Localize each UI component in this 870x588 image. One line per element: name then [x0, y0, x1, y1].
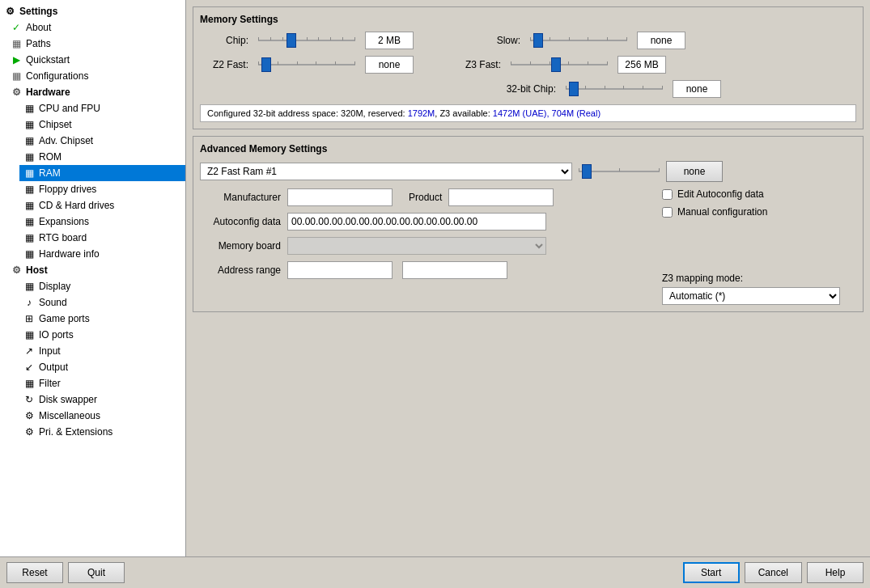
adv-chipset-label: Adv. Chipset [39, 135, 93, 146]
sidebar-item-adv-chipset[interactable]: ▦ Adv. Chipset [19, 133, 185, 149]
quit-button[interactable]: Quit [68, 562, 125, 583]
paths-label: Paths [26, 38, 51, 49]
z2fast-value: none [365, 56, 414, 74]
hw-info-icon: ▦ [23, 247, 36, 260]
pri-ext-icon: ⚙ [23, 425, 36, 438]
z2fast-label: Z2 Fast: [200, 59, 248, 70]
pri-ext-label: Pri. & Extensions [39, 426, 112, 438]
memory-board-label: Memory board [200, 240, 281, 252]
chip32-slider[interactable] [566, 81, 663, 97]
sidebar-item-quickstart[interactable]: ▶ Quickstart [6, 52, 185, 68]
sidebar-item-disk-swapper[interactable]: ↻ Disk swapper [19, 391, 185, 408]
ram-label: RAM [39, 167, 61, 179]
edit-autoconfig-row: Edit Autoconfig data [662, 188, 856, 200]
settings-icon: ⚙ [3, 5, 16, 18]
z3-mapping-dropdown[interactable]: Automatic (*) [662, 287, 840, 305]
io-ports-label: IO ports [39, 329, 74, 341]
filter-icon: ▦ [23, 377, 36, 390]
address-range-label: Address range [200, 264, 281, 276]
sidebar-item-rom[interactable]: ▦ ROM [19, 149, 185, 165]
bottom-right-buttons: Start Cancel Help [683, 562, 864, 583]
sidebar-settings-root[interactable]: ⚙ Settings [0, 3, 185, 19]
misc-label: Miscellaneous [39, 410, 100, 421]
sidebar-item-sound[interactable]: ♪ Sound [19, 294, 185, 311]
cpu-icon: ▦ [23, 102, 36, 115]
z2fast-slider[interactable] [258, 57, 355, 73]
filter-label: Filter [39, 378, 61, 389]
expansions-icon: ▦ [23, 215, 36, 228]
sidebar-item-hw-info[interactable]: ▦ Hardware info [19, 246, 185, 262]
sidebar-item-io-ports[interactable]: ▦ IO ports [19, 327, 185, 343]
sound-label: Sound [39, 297, 67, 308]
sidebar-item-ram[interactable]: ▦ RAM [19, 165, 185, 181]
edit-autoconfig-checkbox[interactable] [662, 189, 673, 200]
sidebar-item-host[interactable]: ⚙ Host [6, 262, 185, 278]
slow-label: Slow: [472, 35, 520, 46]
sidebar-item-output[interactable]: ↙ Output [19, 359, 185, 375]
z3fast-label: Z3 Fast: [452, 59, 501, 70]
game-ports-icon: ⊞ [23, 312, 36, 325]
sidebar-item-cpu-fpu[interactable]: ▦ CPU and FPU [19, 100, 185, 116]
sidebar-item-rtg-board[interactable]: ▦ RTG board [19, 230, 185, 246]
sidebar-item-game-ports[interactable]: ⊞ Game ports [19, 311, 185, 327]
sidebar-item-cd-hd[interactable]: ▦ CD & Hard drives [19, 197, 185, 214]
none-button[interactable]: none [666, 161, 723, 182]
sidebar-item-floppy[interactable]: ▦ Floppy drives [19, 181, 185, 197]
sidebar-item-paths[interactable]: ▦ Paths [6, 36, 185, 52]
status-reserved: 1792M [408, 108, 435, 118]
manual-config-row: Manual configuration [662, 206, 856, 218]
advanced-memory-section: Advanced Memory Settings Z2 Fast Ram #1Z… [193, 136, 864, 312]
sidebar-item-configurations[interactable]: ▦ Configurations [6, 68, 185, 84]
manufacturer-input[interactable] [287, 188, 393, 206]
sidebar-item-pri-ext[interactable]: ⚙ Pri. & Extensions [19, 424, 185, 440]
chipset-icon: ▦ [23, 118, 36, 131]
rtg-label: RTG board [39, 232, 87, 243]
output-icon: ↙ [23, 361, 36, 374]
autoconfig-label: Autoconfig data [200, 216, 281, 227]
sidebar-item-input[interactable]: ↗ Input [19, 343, 185, 359]
help-button[interactable]: Help [807, 562, 864, 583]
chip-slider[interactable] [258, 32, 355, 49]
ram-slot-dropdown[interactable]: Z2 Fast Ram #1Z2 Fast Ram #2Z3 Fast Ram … [200, 163, 572, 180]
status-text-static: Configured 32-bit address space: 320M, r… [207, 108, 408, 118]
adv-slider[interactable] [579, 163, 660, 180]
address-start-input[interactable] [287, 261, 393, 279]
memory-board-dropdown[interactable] [287, 237, 546, 255]
sidebar-item-hardware[interactable]: ⚙ Hardware [6, 84, 185, 100]
disk-swapper-label: Disk swapper [39, 394, 97, 405]
quickstart-icon: ▶ [10, 53, 23, 66]
disk-swapper-icon: ↻ [23, 393, 36, 406]
chipset-label: Chipset [39, 119, 72, 130]
quickstart-label: Quickstart [26, 54, 70, 66]
rtg-icon: ▦ [23, 231, 36, 244]
z3-mapping-label: Z3 mapping mode: [662, 273, 856, 284]
hardware-label: Hardware [26, 87, 70, 98]
memory-status-bar: Configured 32-bit address space: 320M, r… [200, 104, 856, 122]
sidebar-item-about[interactable]: ✓ About [6, 19, 185, 36]
misc-icon: ⚙ [23, 409, 36, 422]
configurations-label: Configurations [26, 70, 88, 82]
sidebar-item-display[interactable]: ▦ Display [19, 278, 185, 294]
address-end-input[interactable] [402, 261, 507, 279]
chip32-label: 32-bit Chip: [491, 83, 556, 95]
reset-button[interactable]: Reset [6, 562, 63, 583]
game-ports-label: Game ports [39, 313, 90, 324]
output-label: Output [39, 362, 68, 373]
sidebar-item-filter[interactable]: ▦ Filter [19, 375, 185, 391]
start-button[interactable]: Start [683, 562, 740, 583]
adv-chipset-icon: ▦ [23, 134, 36, 147]
product-input[interactable] [448, 188, 554, 206]
memory-settings-section: Memory Settings Chip: 2 MB Slow: [193, 6, 864, 129]
host-icon: ⚙ [10, 264, 23, 277]
about-label: About [26, 22, 51, 33]
sidebar-item-misc[interactable]: ⚙ Miscellaneous [19, 408, 185, 424]
memory-settings-title: Memory Settings [200, 14, 856, 25]
slow-slider[interactable] [530, 32, 627, 49]
autoconfig-input[interactable] [287, 213, 546, 231]
chip-value: 2 MB [365, 32, 414, 49]
sidebar-item-expansions[interactable]: ▦ Expansions [19, 214, 185, 230]
sidebar-item-chipset[interactable]: ▦ Chipset [19, 116, 185, 133]
cancel-button[interactable]: Cancel [745, 562, 802, 583]
z3fast-slider[interactable] [511, 57, 608, 73]
manual-config-checkbox[interactable] [662, 207, 673, 218]
